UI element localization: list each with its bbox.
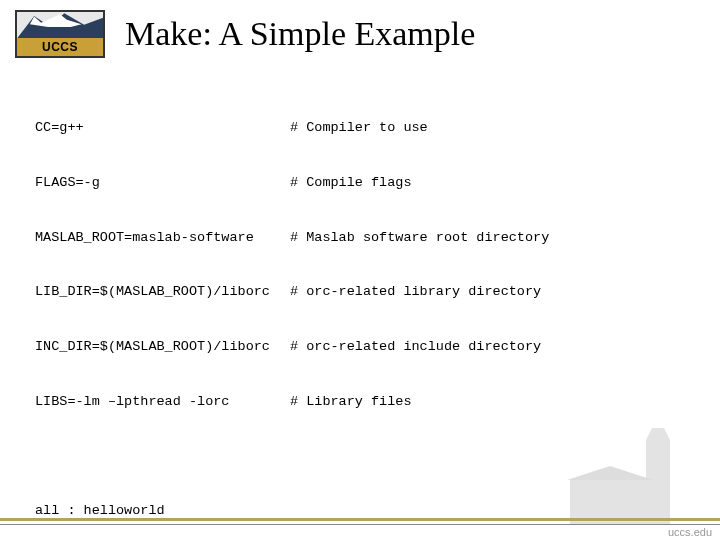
var-line: FLAGS=-g# Compile flags — [35, 174, 685, 192]
slide-footer: uccs.edu — [0, 518, 720, 540]
var-line: INC_DIR=$(MASLAB_ROOT)/liborc# orc-relat… — [35, 338, 685, 356]
var-comment: # Compile flags — [290, 174, 412, 192]
var-comment: # orc-related library directory — [290, 283, 541, 301]
var-def: LIBS=-lm –lpthread -lorc — [35, 393, 290, 411]
var-def: LIB_DIR=$(MASLAB_ROOT)/liborc — [35, 283, 290, 301]
var-comment: # orc-related include directory — [290, 338, 541, 356]
var-def: MASLAB_ROOT=maslab-software — [35, 229, 290, 247]
var-comment: # Compiler to use — [290, 119, 428, 137]
var-comment: # Maslab software root directory — [290, 229, 549, 247]
var-comment: # Library files — [290, 393, 412, 411]
footer-url: uccs.edu — [668, 526, 712, 538]
slide-title: Make: A Simple Example — [125, 15, 475, 53]
var-def: CC=g++ — [35, 119, 290, 137]
variable-definitions: CC=g++# Compiler to use FLAGS=-g# Compil… — [35, 83, 685, 447]
uccs-logo: UCCS — [15, 10, 105, 58]
var-def: INC_DIR=$(MASLAB_ROOT)/liborc — [35, 338, 290, 356]
var-line: LIB_DIR=$(MASLAB_ROOT)/liborc# orc-relat… — [35, 283, 685, 301]
var-line: LIBS=-lm –lpthread -lorc# Library files — [35, 393, 685, 411]
building-watermark-icon — [570, 435, 690, 525]
roof-icon — [567, 466, 653, 480]
slide-header: UCCS Make: A Simple Example — [0, 0, 720, 63]
var-line: MASLAB_ROOT=maslab-software# Maslab soft… — [35, 229, 685, 247]
var-line: CC=g++# Compiler to use — [35, 119, 685, 137]
logo-text: UCCS — [17, 40, 103, 54]
var-def: FLAGS=-g — [35, 174, 290, 192]
